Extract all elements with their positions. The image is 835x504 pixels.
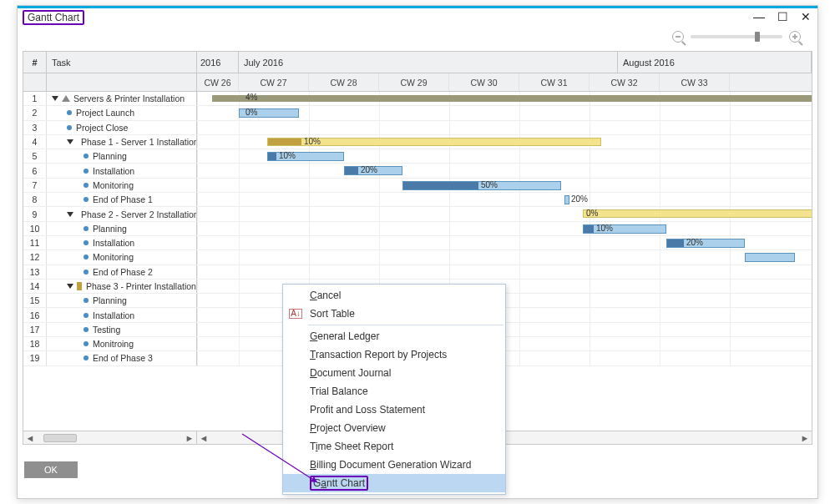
task-cell[interactable]: Monitoring — [47, 250, 197, 264]
expand-toggle-icon[interactable] — [67, 212, 73, 217]
menu-icon-slot — [285, 474, 306, 492]
menu-item[interactable]: Time Sheet Report — [283, 437, 505, 456]
task-bullet-icon — [84, 298, 89, 303]
task-name: Project Launch — [76, 108, 134, 118]
chart-cell: 20% — [197, 193, 812, 206]
task-bullet-icon — [84, 341, 89, 346]
grid-row[interactable]: 10Planning10% — [23, 222, 812, 236]
chart-cell: 10% — [197, 135, 812, 149]
grid-row[interactable]: 4Phase 1 - Server 1 Installation10% — [23, 135, 812, 149]
gantt-bar[interactable] — [745, 253, 795, 262]
task-cell[interactable]: Phase 3 - Printer Installation — [47, 280, 197, 293]
grid-row[interactable]: 9Phase 2 - Server 2 Installation0% — [23, 207, 812, 221]
task-bullet-icon — [67, 110, 72, 115]
week-header: CW 26 — [197, 73, 239, 91]
task-cell[interactable]: Phase 2 - Server 2 Installation — [47, 207, 197, 220]
row-number: 5 — [23, 149, 47, 163]
week-header: CW 33 — [660, 73, 730, 91]
menu-item[interactable]: A↓Sort Table — [283, 305, 505, 323]
task-cell[interactable]: Installation — [47, 236, 197, 249]
grid-row[interactable]: 8End of Phase 120% — [23, 193, 812, 207]
task-scroll-track[interactable] — [37, 432, 183, 444]
task-cell[interactable]: End of Phase 3 — [47, 351, 197, 365]
task-cell[interactable]: Planning — [47, 294, 197, 307]
gantt-bar[interactable]: 20% — [344, 166, 402, 175]
gantt-bar[interactable]: 10% — [267, 138, 601, 146]
scroll-right-button[interactable]: ► — [183, 432, 196, 444]
task-cell[interactable]: Installation — [47, 308, 197, 321]
menu-icon-slot — [285, 364, 306, 382]
expand-toggle-icon[interactable] — [52, 96, 58, 101]
menu-item[interactable]: Transaction Report by Projects — [283, 345, 505, 364]
menu-item[interactable]: Profit and Loss Statement — [283, 401, 505, 419]
column-header-number[interactable]: # — [23, 52, 47, 73]
minimize-button[interactable]: — — [752, 10, 766, 23]
task-cell[interactable]: Installation — [47, 164, 197, 177]
menu-item-label: General Ledger — [310, 330, 379, 342]
grid-row[interactable]: 2Project Launch0% — [23, 106, 812, 120]
grid-row[interactable]: 12Monitoring — [23, 250, 812, 265]
zoom-thumb[interactable] — [755, 32, 760, 42]
grid-row[interactable]: 11Installation20% — [23, 236, 812, 250]
task-cell[interactable]: Project Launch — [47, 106, 197, 119]
menu-item[interactable]: Trial Balance — [283, 382, 505, 401]
task-cell[interactable]: Servers & Printer Installation — [47, 92, 197, 105]
gantt-bar[interactable]: 10% — [267, 152, 344, 161]
menu-item[interactable]: Gantt Chart — [283, 474, 505, 492]
menu-item[interactable]: Billing Document Generation Wizard — [283, 456, 505, 474]
spacer — [47, 73, 197, 91]
task-bullet-icon — [67, 125, 72, 130]
zoom-out-icon[interactable] — [672, 31, 684, 43]
gantt-bar[interactable]: 20% — [666, 239, 745, 248]
task-cell[interactable]: Planning — [47, 222, 197, 235]
zoom-controls — [18, 26, 817, 48]
gantt-bar[interactable]: 50% — [402, 181, 561, 190]
task-name: Phase 1 - Server 1 Installation — [81, 137, 197, 147]
grid-row[interactable]: 1Servers & Printer Installation4% — [23, 92, 812, 106]
expand-toggle-icon[interactable] — [67, 139, 73, 144]
grid-row[interactable]: 5Planning10% — [23, 149, 812, 164]
menu-item[interactable]: Cancel — [283, 286, 505, 305]
task-cell[interactable]: Project Close — [47, 121, 197, 134]
maximize-button[interactable]: ☐ — [776, 10, 789, 23]
grid-row[interactable]: 6Installation20% — [23, 164, 812, 178]
task-cell[interactable]: Planning — [47, 149, 197, 163]
menu-item[interactable]: Document Journal — [283, 364, 505, 382]
menu-icon-slot — [285, 401, 306, 419]
task-name: End of Phase 2 — [93, 267, 153, 277]
menu-item[interactable]: General Ledger — [283, 327, 505, 345]
chart-cell — [197, 250, 812, 264]
zoom-slider[interactable] — [691, 35, 782, 38]
menu-item[interactable]: Project Overview — [283, 419, 505, 437]
scroll-thumb[interactable] — [43, 434, 77, 442]
task-name: Installation — [93, 310, 134, 320]
zoom-in-icon[interactable] — [789, 31, 801, 43]
scroll-left-button[interactable]: ◄ — [197, 432, 210, 444]
expand-toggle-icon[interactable] — [67, 284, 73, 289]
task-cell[interactable]: Testing — [47, 323, 197, 336]
chart-cell: 10% — [197, 222, 812, 235]
chart-cell: 10% — [197, 149, 812, 163]
task-cell[interactable]: End of Phase 1 — [47, 193, 197, 206]
row-number: 1 — [23, 92, 47, 105]
gantt-bar[interactable]: 0% — [583, 209, 812, 218]
grid-row[interactable]: 7Monitoring50% — [23, 179, 812, 193]
task-cell[interactable]: Monitroing — [47, 337, 197, 350]
task-bullet-icon — [84, 169, 89, 174]
column-header-task[interactable]: Task — [47, 52, 197, 73]
gantt-bar[interactable]: 20% — [564, 195, 569, 204]
context-menu: CancelA↓Sort TableGeneral LedgerTransact… — [282, 284, 506, 495]
gantt-bar[interactable]: 4% — [212, 95, 812, 102]
gantt-bar[interactable]: 10% — [583, 224, 666, 234]
ok-button[interactable]: OK — [24, 461, 78, 478]
task-cell[interactable]: End of Phase 2 — [47, 265, 197, 279]
scroll-left-button[interactable]: ◄ — [23, 432, 37, 444]
gantt-bar[interactable]: 0% — [239, 108, 299, 118]
grid-row[interactable]: 3Project Close — [23, 121, 812, 135]
scroll-right-button[interactable]: ► — [798, 432, 812, 444]
close-button[interactable]: ✕ — [799, 10, 812, 23]
grid-row[interactable]: 13End of Phase 2 — [23, 265, 812, 280]
task-cell[interactable]: Phase 1 - Server 1 Installation — [47, 135, 197, 149]
task-cell[interactable]: Monitoring — [47, 179, 197, 192]
task-bullet-icon — [84, 270, 89, 275]
